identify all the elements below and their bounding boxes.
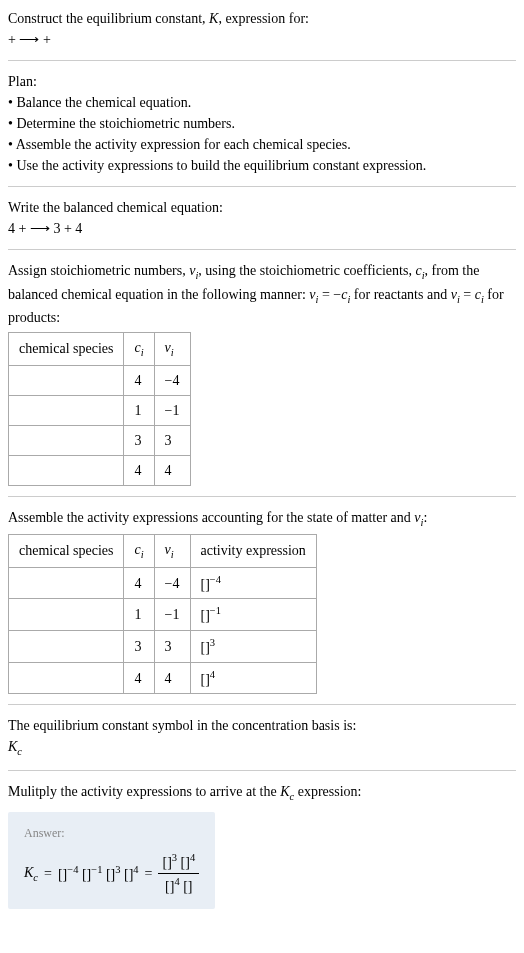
stoich-title: Assign stoichiometric numbers, νi, using… xyxy=(8,260,516,328)
title-text-2: , expression for: xyxy=(218,11,309,26)
col-nu: νi xyxy=(154,333,190,366)
plan-item: • Use the activity expressions to build … xyxy=(8,155,516,176)
table-row: 4 4 []4 xyxy=(9,662,317,694)
kc-symbol: Kc xyxy=(8,736,516,760)
title-text-1: Construct the equilibrium constant, xyxy=(8,11,209,26)
cell-c: 3 xyxy=(124,425,154,455)
table-header-row: chemical species ci νi xyxy=(9,333,191,366)
kc-title: The equilibrium constant symbol in the c… xyxy=(8,715,516,736)
exp: 4 xyxy=(174,876,179,887)
cell-species xyxy=(9,599,124,631)
cell-nu: 3 xyxy=(154,631,190,663)
activity-title: Assemble the activity expressions accoun… xyxy=(8,507,516,531)
text: expression: xyxy=(294,784,361,799)
table-row: 1 −1 []−1 xyxy=(9,599,317,631)
cell-c: 4 xyxy=(124,567,154,599)
exp: 3 xyxy=(115,864,120,875)
col-species: chemical species xyxy=(9,535,124,568)
plan-list: • Balance the chemical equation. • Deter… xyxy=(8,92,516,176)
divider xyxy=(8,704,516,705)
cell-nu: −1 xyxy=(154,599,190,631)
plan-item: • Assemble the activity expression for e… xyxy=(8,134,516,155)
col-c: ci xyxy=(124,333,154,366)
cell-nu: −4 xyxy=(154,365,190,395)
exp: −1 xyxy=(210,605,221,616)
base: [] xyxy=(201,608,210,623)
title: Construct the equilibrium constant, K, e… xyxy=(8,8,516,29)
plan-title: Plan: xyxy=(8,71,516,92)
stoich-table: chemical species ci νi 4 −4 1 −1 3 3 4 4 xyxy=(8,332,191,486)
base: [] xyxy=(181,855,190,870)
sub-i: i xyxy=(141,347,144,358)
col-species: chemical species xyxy=(9,333,124,366)
sub-c: c xyxy=(33,872,38,883)
exp: −4 xyxy=(67,864,78,875)
k: K xyxy=(24,865,33,880)
cell-nu: 4 xyxy=(154,662,190,694)
cell-c: 4 xyxy=(124,365,154,395)
base: [] xyxy=(106,867,115,882)
activity-table: chemical species ci νi activity expressi… xyxy=(8,534,317,694)
answer-lhs: Kc xyxy=(24,862,38,886)
sub-i: i xyxy=(141,549,144,560)
exp: −4 xyxy=(210,574,221,585)
cell-c: 4 xyxy=(124,662,154,694)
base: [] xyxy=(58,867,67,882)
plan-item: • Determine the stoichiometric numbers. xyxy=(8,113,516,134)
answer-fraction: []3 []4 []4 [] xyxy=(158,850,199,896)
cell-nu: 3 xyxy=(154,425,190,455)
kc-symbol-section: The equilibrium constant symbol in the c… xyxy=(8,715,516,760)
cell-species xyxy=(9,567,124,599)
plan-item: • Balance the chemical equation. xyxy=(8,92,516,113)
cell-nu: −1 xyxy=(154,395,190,425)
cell-species xyxy=(9,662,124,694)
cell-c: 1 xyxy=(124,599,154,631)
cell-nu: 4 xyxy=(154,455,190,485)
table-row: 3 3 []3 xyxy=(9,631,317,663)
table-header-row: chemical species ci νi activity expressi… xyxy=(9,535,317,568)
text: , using the stoichiometric coefficients, xyxy=(198,263,415,278)
text: = − xyxy=(318,287,341,302)
text: Mulitply the activity expressions to arr… xyxy=(8,784,280,799)
cell-species xyxy=(9,455,124,485)
text: Assemble the activity expressions accoun… xyxy=(8,510,414,525)
base: [] xyxy=(201,576,210,591)
cell-species xyxy=(9,425,124,455)
col-c: ci xyxy=(124,535,154,568)
base: [] xyxy=(124,867,133,882)
table-row: 4 −4 []−4 xyxy=(9,567,317,599)
base: [] xyxy=(82,867,91,882)
equals: = xyxy=(145,863,153,884)
base: [] xyxy=(201,671,210,686)
answer-box: Answer: Kc = []−4 []−1 []3 []4 = []3 []4… xyxy=(8,812,215,908)
divider xyxy=(8,496,516,497)
text: Assign stoichiometric numbers, xyxy=(8,263,189,278)
col-expr: activity expression xyxy=(190,535,316,568)
cell-expr: []3 xyxy=(190,631,316,663)
table-row: 4 −4 xyxy=(9,365,191,395)
answer-product: []−4 []−1 []3 []4 xyxy=(58,862,139,885)
table-row: 1 −1 xyxy=(9,395,191,425)
exp: 3 xyxy=(172,852,177,863)
divider xyxy=(8,186,516,187)
text: = xyxy=(460,287,475,302)
cell-species xyxy=(9,365,124,395)
balanced-section: Write the balanced chemical equation: 4 … xyxy=(8,197,516,239)
numerator: []3 []4 xyxy=(158,850,199,874)
k: K xyxy=(8,739,17,754)
cell-expr: []4 xyxy=(190,662,316,694)
sub-c: c xyxy=(17,746,22,757)
activity-section: Assemble the activity expressions accoun… xyxy=(8,507,516,695)
sub-i: i xyxy=(171,347,174,358)
base: [] xyxy=(162,855,171,870)
base: [] xyxy=(201,640,210,655)
text: for reactants and xyxy=(350,287,450,302)
answer-label: Answer: xyxy=(24,824,199,842)
base: [] xyxy=(183,879,192,894)
cell-nu: −4 xyxy=(154,567,190,599)
header-equation: + ⟶ + xyxy=(8,29,516,50)
cell-c: 3 xyxy=(124,631,154,663)
k: K xyxy=(280,784,289,799)
exp: 3 xyxy=(210,637,215,648)
multiply-title: Mulitply the activity expressions to arr… xyxy=(8,781,516,805)
